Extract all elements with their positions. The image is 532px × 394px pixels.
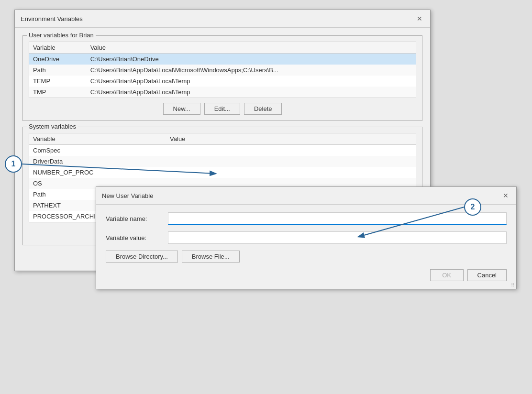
system-table-col-variable: Variable: [29, 133, 166, 145]
user-var-name: OneDrive: [29, 54, 87, 65]
sys-var-value: [166, 145, 416, 156]
user-table-col-variable: Variable: [29, 42, 87, 54]
user-table-row[interactable]: PathC:\Users\Brian\AppData\Local\Microso…: [29, 65, 416, 76]
user-new-button[interactable]: New...: [163, 103, 200, 115]
env-window-title: Environment Variables: [21, 15, 83, 22]
new-user-variable-dialog: New User Variable ✕ Variable name: Varia…: [96, 186, 517, 289]
system-group-title: System variables: [27, 123, 78, 130]
variable-value-row: Variable value:: [106, 231, 507, 244]
user-edit-button[interactable]: Edit...: [204, 103, 240, 115]
variable-value-input[interactable]: [168, 231, 507, 244]
browse-directory-button[interactable]: Browse Directory...: [106, 251, 178, 263]
user-delete-button[interactable]: Delete: [244, 103, 282, 115]
variable-name-input[interactable]: [168, 212, 507, 225]
dialog-ok-button[interactable]: OK: [430, 269, 464, 281]
user-table-row[interactable]: TMPC:\Users\Brian\AppData\Local\Temp: [29, 87, 416, 98]
user-var-value: C:\Users\Brian\AppData\Local\Temp: [87, 87, 416, 98]
variable-name-row: Variable name:: [106, 212, 507, 225]
browse-file-button[interactable]: Browse File...: [182, 251, 240, 263]
dialog-titlebar: New User Variable ✕: [96, 187, 516, 205]
sys-var-name: DriverData: [29, 156, 166, 167]
system-table-col-value: Value: [166, 133, 416, 145]
dialog-resize-grip: ⠿: [511, 283, 514, 288]
user-var-value: C:\Users\Brian\OneDrive: [87, 54, 416, 65]
user-table-row[interactable]: OneDriveC:\Users\Brian\OneDrive: [29, 54, 416, 65]
variable-name-label: Variable name:: [106, 215, 168, 222]
user-variables-group: User variables for Brian Variable Value …: [22, 35, 422, 121]
browse-buttons-row: Browse Directory... Browse File...: [106, 251, 507, 263]
sys-var-name: ComSpec: [29, 145, 166, 156]
user-table-row[interactable]: TEMPC:\Users\Brian\AppData\Local\Temp: [29, 76, 416, 87]
env-window-close-button[interactable]: ✕: [415, 14, 424, 23]
dialog-close-button[interactable]: ✕: [501, 191, 510, 200]
dialog-title: New User Variable: [102, 192, 153, 199]
sys-var-value: [166, 167, 416, 178]
annotation-1: 1: [5, 155, 22, 173]
variable-value-label: Variable value:: [106, 234, 168, 241]
sys-var-name: NUMBER_OF_PROC: [29, 167, 166, 178]
user-var-value: C:\Users\Brian\AppData\Local\Microsoft\W…: [87, 65, 416, 76]
dialog-cancel-button[interactable]: Cancel: [467, 269, 507, 281]
user-table-col-value: Value: [87, 42, 416, 54]
env-window-titlebar: Environment Variables ✕: [15, 10, 430, 28]
annotation-2: 2: [464, 198, 481, 216]
user-buttons-row: New... Edit... Delete: [29, 103, 416, 115]
system-table-row[interactable]: NUMBER_OF_PROC: [29, 167, 416, 178]
dialog-body: Variable name: Variable value: Browse Di…: [96, 205, 516, 289]
sys-var-value: [166, 156, 416, 167]
system-table-row[interactable]: ComSpec: [29, 145, 416, 156]
user-var-name: Path: [29, 65, 87, 76]
user-var-name: TEMP: [29, 76, 87, 87]
user-var-value: C:\Users\Brian\AppData\Local\Temp: [87, 76, 416, 87]
user-group-title: User variables for Brian: [27, 32, 96, 39]
user-var-name: TMP: [29, 87, 87, 98]
system-table-row[interactable]: DriverData: [29, 156, 416, 167]
user-variables-table: Variable Value OneDriveC:\Users\Brian\On…: [29, 42, 416, 98]
